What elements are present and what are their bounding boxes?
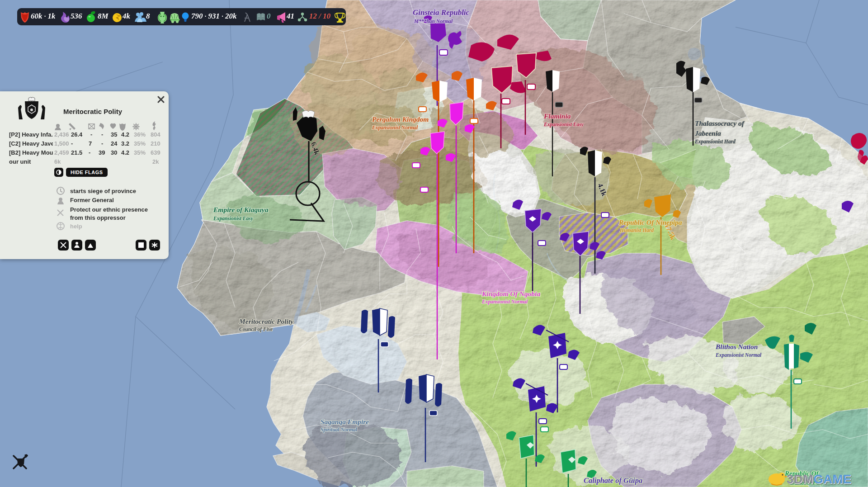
- svg-text:Thalassocracy of: Thalassocracy of: [695, 119, 745, 127]
- svg-text:Pergalum Kingdom: Pergalum Kingdom: [372, 115, 429, 123]
- svg-text:M***han Normal: M***han Normal: [414, 19, 453, 24]
- svg-text:Kingdom Of Ngobia: Kingdom Of Ngobia: [481, 290, 540, 298]
- svg-text:Council of Five: Council of Five: [239, 326, 273, 332]
- svg-text:Jabeenia: Jabeenia: [694, 129, 721, 137]
- svg-text:Expansionist Easy: Expansionist Easy: [543, 122, 584, 128]
- svg-text:Spiritual Normal: Spiritual Normal: [321, 427, 358, 433]
- svg-text:Expansionist Easy: Expansionist Easy: [213, 216, 254, 222]
- svg-text:Expansionist Normal: Expansionist Normal: [481, 299, 528, 305]
- svg-text:Humanist Hard: Humanist Hard: [619, 227, 654, 233]
- svg-text:Caliphate of Güipa: Caliphate of Güipa: [584, 476, 642, 485]
- svg-text:Meritocratic Polity: Meritocratic Polity: [239, 317, 293, 325]
- svg-text:Expansionist Normal: Expansionist Normal: [715, 352, 762, 358]
- svg-text:Ginsteia Republic: Ginsteia Republic: [413, 8, 470, 17]
- svg-text:Saganqa Empire: Saganqa Empire: [321, 418, 369, 426]
- svg-text:Flaminia: Flaminia: [543, 112, 571, 120]
- svg-text:Expansionist Hard: Expansionist Hard: [694, 139, 736, 145]
- svg-text:Blithos Nation: Blithos Nation: [715, 343, 758, 350]
- svg-text:Empire of Kiaguya: Empire of Kiaguya: [213, 206, 269, 213]
- svg-text:Republic Of Ninepipa: Republic Of Ninepipa: [618, 218, 682, 226]
- svg-text:Expansionist Normal: Expansionist Normal: [372, 125, 418, 131]
